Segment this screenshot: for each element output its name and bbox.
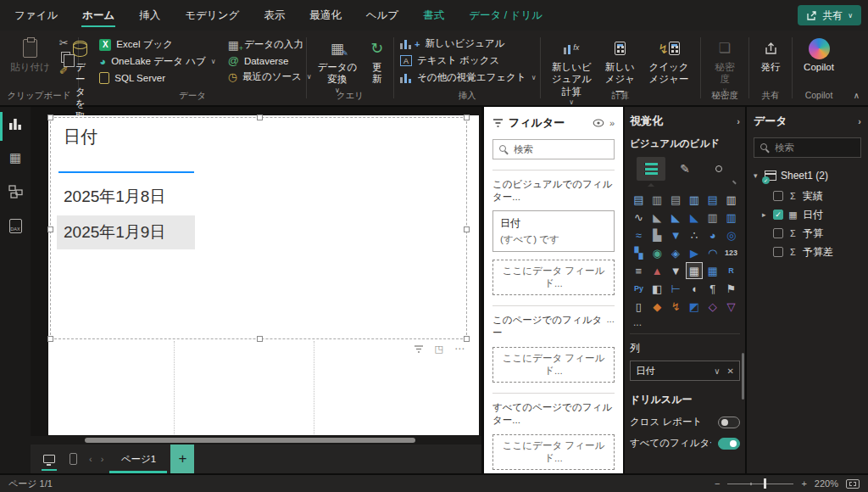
table-node-sheet1[interactable]: ▾ ✓ Sheet1 (2) bbox=[754, 170, 861, 182]
share-button[interactable]: 共有 ∨ bbox=[798, 5, 861, 25]
eye-icon[interactable] bbox=[593, 119, 604, 127]
excel-workbook-button[interactable]: X Excel ブック bbox=[97, 37, 218, 52]
fit-to-page-icon[interactable] bbox=[846, 479, 860, 489]
visual-icon-kpi[interactable]: ▲ bbox=[648, 262, 666, 279]
text-box-button[interactable]: A テキスト ボックス bbox=[398, 53, 502, 68]
expand-icon[interactable]: ▸ bbox=[762, 210, 769, 219]
resize-handle[interactable] bbox=[464, 336, 470, 342]
report-view-button[interactable] bbox=[8, 117, 22, 131]
field-checkbox[interactable] bbox=[773, 247, 783, 257]
viz-pane-scrollbar[interactable] bbox=[742, 353, 744, 400]
visual-icon-azure-map[interactable]: ▶ bbox=[686, 244, 704, 261]
chip-remove-icon[interactable]: ✕ bbox=[727, 366, 734, 376]
filter-search-input[interactable] bbox=[492, 139, 615, 159]
visual-icon-ribbon-chart[interactable]: ≈ bbox=[630, 226, 648, 243]
table-row[interactable]: 2025年1月8日 bbox=[57, 180, 195, 214]
next-page-arrow[interactable]: › bbox=[98, 454, 107, 464]
visual-filter-dropzone[interactable]: ここにデータ フィールド... bbox=[492, 260, 615, 295]
table-row-selected[interactable]: 2025年1月9日 bbox=[57, 215, 195, 249]
filter-card-date[interactable]: 日付 (すべて) です bbox=[492, 210, 615, 252]
collapse-table-icon[interactable]: ▾ bbox=[754, 171, 760, 180]
menu-item-help[interactable]: ヘルプ bbox=[365, 1, 399, 31]
menu-item-file[interactable]: ファイル bbox=[14, 1, 58, 31]
visual-icon-donut-chart[interactable]: ◎ bbox=[722, 226, 740, 243]
copilot-button[interactable]: Copilot bbox=[798, 33, 840, 73]
collapse-data-pane-icon[interactable]: › bbox=[858, 116, 861, 126]
menu-item-optimize[interactable]: 最適化 bbox=[309, 1, 342, 31]
more-visuals-button[interactable]: その他の視覚エフェクト ∨ bbox=[398, 70, 539, 85]
visual-icon-power-automate[interactable]: ↯ bbox=[667, 298, 685, 315]
zoom-slider[interactable] bbox=[727, 478, 793, 489]
visual-filter-icon[interactable] bbox=[414, 344, 424, 354]
field-chip-date[interactable]: 日付 ∨ ✕ bbox=[630, 361, 740, 381]
table-view-button[interactable]: ▦ bbox=[9, 151, 21, 164]
visual-icon-decomposition-tree[interactable]: ⊢ bbox=[667, 280, 685, 297]
menu-item-modeling[interactable]: モデリング bbox=[184, 1, 240, 31]
visual-icon-metrics[interactable]: ⚑ bbox=[722, 280, 740, 297]
zoom-slider-thumb[interactable] bbox=[764, 478, 766, 489]
visual-icon-key-influencers[interactable]: ◧ bbox=[648, 280, 666, 297]
section-more-options-icon[interactable]: ... bbox=[606, 314, 615, 339]
visual-icon-gauge[interactable]: ◠ bbox=[704, 244, 721, 261]
refresh-button[interactable]: ↻ 更新 bbox=[364, 33, 390, 86]
page-tab[interactable]: ページ1 bbox=[109, 444, 167, 473]
visual-icon-python-visual[interactable]: Py bbox=[630, 280, 648, 297]
resize-handle[interactable] bbox=[257, 115, 263, 120]
visual-icon-multi-row-card[interactable]: ≡ bbox=[630, 262, 648, 279]
dataverse-button[interactable]: @ Dataverse bbox=[225, 54, 314, 67]
visual-icon-scatter-chart[interactable]: ∴ bbox=[686, 226, 704, 243]
resize-handle[interactable] bbox=[47, 226, 53, 232]
visual-icon-slicer[interactable]: ▼ bbox=[667, 262, 685, 279]
visual-more-options-icon[interactable]: ⋯ bbox=[454, 343, 465, 355]
quick-measure-button[interactable]: ↯ クイック メジャー bbox=[641, 33, 697, 86]
horizontal-scrollbar-thumb[interactable] bbox=[85, 438, 415, 443]
mobile-layout-button[interactable] bbox=[63, 447, 83, 471]
menu-item-data-drill[interactable]: データ / ドリル bbox=[468, 1, 543, 31]
visual-icon-smart-narrative[interactable]: ¶ bbox=[704, 280, 721, 297]
report-page[interactable]: 日付 2025年1月8日 2025年1月9日 ◳ ⋯ bbox=[48, 115, 479, 435]
resize-handle[interactable] bbox=[47, 115, 53, 120]
field-checkbox[interactable] bbox=[773, 191, 783, 201]
visual-icon-line-and-stacked-column-chart[interactable]: ▥ bbox=[704, 209, 721, 226]
collapse-ribbon-icon[interactable]: ∧ bbox=[854, 91, 860, 100]
menu-item-format[interactable]: 書式 bbox=[422, 1, 445, 31]
visual-icon-stacked-column-chart[interactable]: ▥ bbox=[648, 191, 666, 208]
visual-icon-pie-chart[interactable]: ◕ bbox=[704, 226, 721, 243]
recent-sources-button[interactable]: ◷ 最近のソース ∨ bbox=[225, 70, 314, 84]
data-field-actual[interactable]: Σ実績 bbox=[754, 187, 861, 205]
sensitivity-button[interactable]: ❏ 秘密度 ∨ bbox=[704, 33, 745, 94]
page-filter-dropzone[interactable]: ここにデータ フィールド... bbox=[492, 347, 615, 383]
tab-build-visual[interactable] bbox=[637, 157, 665, 181]
sql-server-button[interactable]: SQL Server bbox=[97, 71, 218, 85]
field-checkbox[interactable] bbox=[773, 228, 783, 238]
previous-page-arrow[interactable]: ‹ bbox=[86, 454, 95, 464]
visual-icon-paginated-report[interactable]: ▯ bbox=[630, 298, 648, 315]
visual-icon-qa[interactable]: ◖ bbox=[686, 280, 704, 297]
visual-icon-treemap[interactable]: ▚ bbox=[630, 244, 648, 261]
visual-icon-line-chart[interactable]: ∿ bbox=[630, 209, 648, 226]
menu-item-home[interactable]: ホーム bbox=[81, 1, 115, 31]
data-search-input[interactable] bbox=[754, 137, 861, 158]
visual-icon-clustered-bar-chart[interactable]: ▤ bbox=[667, 191, 685, 208]
table-column-header[interactable]: 日付 bbox=[64, 126, 97, 148]
paste-button[interactable]: 貼り付け bbox=[4, 33, 56, 73]
resize-handle[interactable] bbox=[464, 115, 470, 120]
dax-query-view-button[interactable]: DAX bbox=[9, 219, 22, 233]
horizontal-scrollbar[interactable] bbox=[31, 436, 481, 444]
visual-icon-r-script-visual[interactable]: R bbox=[722, 262, 740, 279]
collapse-filter-pane-icon[interactable]: » bbox=[609, 118, 615, 128]
visual-icon-table[interactable]: ▦ bbox=[686, 262, 704, 279]
visual-icon-funnel-chart[interactable]: ▼ bbox=[667, 226, 685, 243]
visual-icon-new-card[interactable]: ◇ bbox=[704, 298, 721, 315]
visual-icon-filled-map[interactable]: ◈ bbox=[667, 244, 685, 261]
visual-icon-100-stacked-column-chart[interactable]: ▥ bbox=[722, 191, 740, 208]
focus-mode-icon[interactable]: ◳ bbox=[435, 344, 443, 355]
zoom-out-icon[interactable]: − bbox=[715, 478, 720, 489]
new-visual-button[interactable]: + 新しいビジュアル bbox=[398, 36, 507, 51]
resize-handle[interactable] bbox=[464, 226, 470, 232]
visual-icon-new-slicer[interactable]: ▽ bbox=[722, 298, 740, 315]
visual-icon-100-stacked-area-chart[interactable]: ◣ bbox=[686, 209, 704, 226]
visual-icon-stacked-bar-chart[interactable]: ▤ bbox=[630, 191, 648, 208]
visual-icon-matrix[interactable]: ▦ bbox=[704, 262, 721, 279]
all-pages-filter-dropzone[interactable]: ここにデータ フィールド... bbox=[492, 434, 615, 470]
